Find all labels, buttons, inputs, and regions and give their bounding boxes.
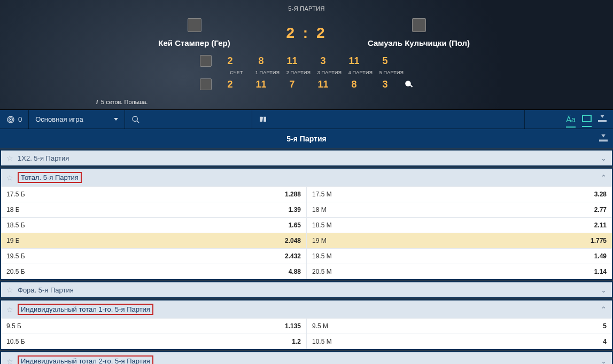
book-icon <box>259 115 267 124</box>
odds-under-cell[interactable]: 9.5 М5 <box>307 319 612 334</box>
star-icon[interactable]: ☆ <box>6 286 13 294</box>
sb-head: 2 ПАРТИЯ <box>283 70 314 75</box>
odds-label: 20.5 М <box>307 264 589 279</box>
scoreboard-headers: СЧЕТ 1 ПАРТИЯ 2 ПАРТИЯ 3 ПАРТИЯ 4 ПАРТИЯ… <box>221 70 407 75</box>
star-icon[interactable]: ☆ <box>6 305 13 314</box>
odds-label: 9.5 М <box>307 319 598 334</box>
sb-cell: 5 <box>370 56 401 67</box>
target-icon <box>6 115 15 124</box>
odds-label: 9.5 Б <box>1 319 280 334</box>
dropdown-label: Основная игра <box>35 115 83 123</box>
odds-over-cell[interactable]: 17.5 Б1.288 <box>1 187 307 202</box>
player-right: Самуэль Кульчицки (Пол) <box>339 18 499 48</box>
market-header[interactable]: ☆ Фора. 5-я Партия ⌄ <box>1 282 612 297</box>
odds-value: 1.49 <box>589 249 612 264</box>
toolbar-actions: A̅a <box>560 110 613 129</box>
target-button[interactable]: 0 <box>0 110 29 129</box>
book-button[interactable] <box>252 110 525 129</box>
odds-value: 4.88 <box>283 264 306 279</box>
odds-value: 2.432 <box>280 249 306 264</box>
odds-over-cell[interactable]: 19 Б2.048 <box>1 233 307 248</box>
scoreboard: 2 8 11 3 11 5 СЧЕТ 1 ПАРТИЯ 2 ПАРТИЯ 3 П… <box>0 55 613 90</box>
collapse-button[interactable] <box>598 115 607 124</box>
serve-paddle-icon <box>404 80 414 89</box>
main-score: 2 : 2 <box>275 25 339 42</box>
toolbar-spacer <box>525 110 559 129</box>
market-1x2: ☆ 1X2. 5-я Партия ⌄ <box>0 149 613 167</box>
player-left: Кей Стампер (Гер) <box>114 18 275 48</box>
svg-point-5 <box>133 116 137 121</box>
odds-over-cell[interactable]: 20.5 Б4.88 <box>1 264 307 279</box>
odds-under-cell[interactable]: 20.5 М1.14 <box>307 264 612 279</box>
odds-row: 19.5 Б2.43219.5 М1.49 <box>1 248 612 264</box>
odds-value: 1.14 <box>589 264 612 279</box>
odds-over-cell[interactable]: 18.5 Б1.65 <box>1 218 307 233</box>
odds-over-cell[interactable]: 10.5 Б1.2 <box>1 334 307 349</box>
odds-value: 1.775 <box>585 233 612 248</box>
odds-under-cell[interactable]: 10.5 М4 <box>307 334 612 349</box>
info-icon: i <box>96 99 98 105</box>
sb-cell: 8 <box>339 79 370 90</box>
scoreboard-row1: 2 8 11 3 11 5 <box>200 55 414 67</box>
avatar-player1 <box>188 18 201 32</box>
odds-under-cell[interactable]: 18.5 М2.11 <box>307 218 612 233</box>
odds-row: 18.5 Б1.6518.5 М2.11 <box>1 217 612 233</box>
match-hero: 5-Я ПАРТИЯ Кей Стампер (Гер) 2 : 2 Самуэ… <box>0 0 613 109</box>
svg-line-6 <box>137 121 139 123</box>
odds-under-cell[interactable]: 19 М1.775 <box>307 233 612 248</box>
player1-name: Кей Стампер (Гер) <box>114 38 275 48</box>
odds-value: 3.28 <box>589 187 612 202</box>
odds-under-cell[interactable]: 18 М2.77 <box>307 202 612 217</box>
section-title-text: 5-я Партия <box>286 134 326 143</box>
market-title: Индивидуальный тотал 2-го. 5-я Партия <box>18 355 153 364</box>
odds-label: 17.5 Б <box>1 187 280 202</box>
row-avatar-2 <box>200 78 212 90</box>
market-title: 1X2. 5-я Партия <box>18 154 69 162</box>
star-icon[interactable]: ☆ <box>6 173 13 182</box>
chevron-down-icon: ⌄ <box>601 286 607 294</box>
layout-toggle-button[interactable] <box>582 115 592 124</box>
svg-rect-9 <box>599 140 608 142</box>
odds-value: 2.11 <box>589 218 612 233</box>
odds-value: 2.048 <box>280 233 306 248</box>
odds-label: 17.5 М <box>307 187 589 202</box>
market-header[interactable]: ☆ Индивидуальный тотал 1-го. 5-я Партия … <box>1 300 612 318</box>
chevron-up-icon: ⌃ <box>601 173 607 181</box>
odds-value: 1.135 <box>280 319 306 334</box>
game-mode-dropdown[interactable]: Основная игра <box>29 110 125 129</box>
font-size-button[interactable]: A̅a <box>566 115 576 124</box>
star-icon[interactable]: ☆ <box>6 154 13 162</box>
odds-value: 1.65 <box>283 218 306 233</box>
sb-head: 4 ПАРТИЯ <box>345 70 376 75</box>
odds-label: 18.5 М <box>307 218 589 233</box>
odds-over-cell[interactable]: 19.5 Б2.432 <box>1 249 307 264</box>
market-header[interactable]: ☆ Тотал. 5-я Партия ⌃ <box>1 169 612 186</box>
odds-over-cell[interactable]: 18 Б1.39 <box>1 202 307 217</box>
market-header[interactable]: ☆ 1X2. 5-я Партия ⌄ <box>1 151 612 165</box>
odds-under-cell[interactable]: 17.5 М3.28 <box>307 187 612 202</box>
star-icon[interactable]: ☆ <box>6 357 13 365</box>
odds-label: 18 Б <box>1 202 283 217</box>
search-button[interactable] <box>125 110 252 129</box>
market-header[interactable]: ☆ Индивидуальный тотал 2-го. 5-я Партия … <box>1 352 612 364</box>
odds-over-cell[interactable]: 9.5 Б1.135 <box>1 319 307 334</box>
chevron-down-icon <box>114 118 118 121</box>
odds-label: 10.5 Б <box>1 334 286 349</box>
market-title: Тотал. 5-я Партия <box>18 172 82 183</box>
market-ind-total-1: ☆ Индивидуальный тотал 1-го. 5-я Партия … <box>0 299 613 350</box>
section-collapse-button[interactable] <box>599 134 608 144</box>
odds-value: 1.2 <box>286 334 306 349</box>
player2-name: Самуэль Кульчицки (Пол) <box>339 38 499 48</box>
target-count: 0 <box>18 115 22 123</box>
odds-label: 18.5 Б <box>1 218 283 233</box>
sb-head: 5 ПАРТИЯ <box>376 70 407 75</box>
sb-head: СЧЕТ <box>221 70 252 75</box>
players-row: Кей Стампер (Гер) 2 : 2 Самуэль Кульчицк… <box>0 18 613 48</box>
odds-under-cell[interactable]: 19.5 М1.49 <box>307 249 612 264</box>
odds-label: 19 М <box>307 233 585 248</box>
odds-label: 19.5 М <box>307 249 589 264</box>
search-icon <box>131 115 140 124</box>
odds-row: 9.5 Б1.1359.5 М5 <box>1 318 612 334</box>
odds-value: 1.288 <box>280 187 306 202</box>
odds-row: 17.5 Б1.28817.5 М3.28 <box>1 186 612 202</box>
